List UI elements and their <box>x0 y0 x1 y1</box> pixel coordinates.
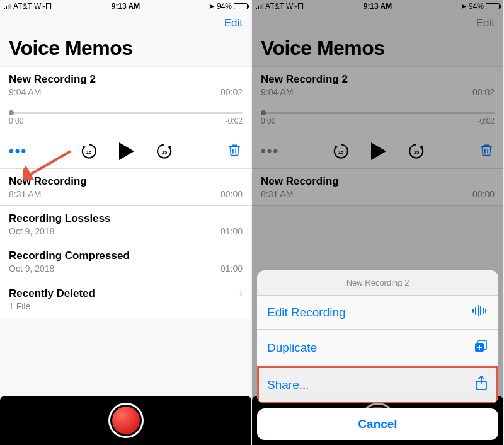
skip-back-15-button[interactable]: 15 <box>80 142 98 160</box>
recently-deleted-subtitle: 1 File <box>9 301 30 311</box>
nav-bar: Edit <box>0 13 251 34</box>
action-sheet: New Recording 2 Edit Recording Duplicate… <box>257 270 498 440</box>
memo-row[interactable]: Recording Lossless Oct 9, 2018 01:00 <box>0 206 251 243</box>
recently-deleted-title: Recently Deleted <box>9 287 95 300</box>
memo-row[interactable]: Recording Compressed Oct 9, 2018 01:00 <box>0 243 251 280</box>
playback-panel: 0:00 -0:02 ••• 15 15 <box>0 103 251 169</box>
screenshot-left: AT&T Wi-Fi 9:13 AM ➤ 94% Edit Voice Memo… <box>0 0 252 445</box>
action-sheet-title: New Recording 2 <box>257 270 498 296</box>
play-button[interactable] <box>119 142 134 160</box>
action-edit-recording[interactable]: Edit Recording <box>257 296 498 330</box>
scrubber[interactable] <box>9 112 243 114</box>
skip-forward-15-button[interactable]: 15 <box>156 142 173 160</box>
action-cancel[interactable]: Cancel <box>257 408 498 440</box>
battery-pct-label: 94% <box>217 2 232 11</box>
record-footer <box>0 396 251 445</box>
duplicate-icon <box>473 338 488 357</box>
chevron-right-icon: › <box>239 287 243 300</box>
more-options-button[interactable]: ••• <box>9 148 27 154</box>
recently-deleted-row[interactable]: Recently Deleted › 1 File <box>0 280 251 318</box>
scrub-end-label: -0:02 <box>226 117 243 125</box>
memo-title: Recording Lossless <box>9 212 243 225</box>
page-title: Voice Memos <box>0 34 251 67</box>
waveform-icon <box>472 304 488 320</box>
memo-title: Recording Compressed <box>9 250 243 262</box>
battery-icon <box>234 3 248 9</box>
svg-text:15: 15 <box>86 149 92 155</box>
memo-expanded-header[interactable]: New Recording 2 9:04 AM 00:02 <box>0 67 251 103</box>
edit-button[interactable]: Edit <box>224 17 243 30</box>
action-label: Edit Recording <box>267 306 346 320</box>
svg-text:15: 15 <box>162 149 168 155</box>
memo-subtitle: 8:31 AM <box>9 189 41 199</box>
delete-button[interactable] <box>226 142 243 161</box>
action-label: Duplicate <box>267 341 317 355</box>
status-bar: AT&T Wi-Fi 9:13 AM ➤ 94% <box>0 0 251 13</box>
share-icon <box>474 375 488 395</box>
signal-icon <box>4 3 11 9</box>
screenshot-right: AT&T Wi-Fi 9:13 AM ➤ 94% Edit Voice Memo… <box>252 0 504 445</box>
clock-label: 9:13 AM <box>85 2 166 11</box>
scrub-start-label: 0:00 <box>9 117 23 125</box>
memo-subtitle: Oct 9, 2018 <box>9 226 54 236</box>
memo-duration: 00:00 <box>220 189 243 199</box>
record-button[interactable] <box>108 403 144 438</box>
memo-duration: 01:00 <box>220 226 243 236</box>
memo-row[interactable]: New Recording 8:31 AM 00:00 <box>0 169 251 206</box>
action-label: Share... <box>267 378 309 392</box>
memo-subtitle: Oct 9, 2018 <box>9 263 54 274</box>
memo-title: New Recording 2 <box>9 73 96 86</box>
memo-title: New Recording <box>9 175 243 188</box>
action-share[interactable]: Share... <box>257 366 498 403</box>
carrier-label: AT&T Wi-Fi <box>13 2 52 11</box>
memo-subtitle: 9:04 AM <box>9 87 41 97</box>
location-icon: ➤ <box>209 2 215 11</box>
memo-duration: 01:00 <box>220 263 243 274</box>
memo-duration: 00:02 <box>220 87 243 97</box>
action-duplicate[interactable]: Duplicate <box>257 330 498 366</box>
